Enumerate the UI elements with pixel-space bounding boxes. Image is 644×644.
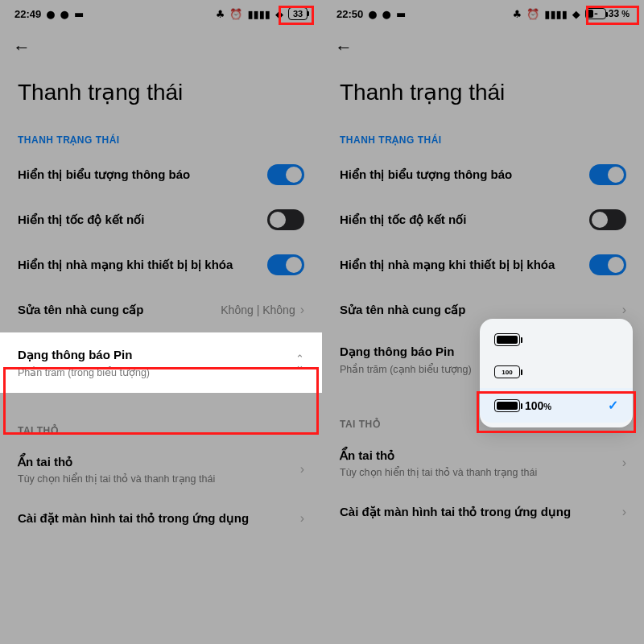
row-subtitle: Tùy chọn hiển thị tai thỏ và thanh trạng… [18, 473, 292, 485]
row-show-carrier-locked[interactable]: Hiển thị nhà mạng khi thiết bị bị khóa [322, 242, 644, 287]
row-show-connection-speed[interactable]: Hiển thị tốc độ kết nối [0, 197, 322, 242]
row-title: Dạng thông báo Pin [18, 347, 287, 363]
check-icon: ✓ [608, 398, 618, 413]
messenger-icon: ● [382, 9, 391, 19]
stepper-icon: ⌃⌄ [295, 356, 304, 369]
battery-percent: 33 [609, 8, 619, 19]
chevron-right-icon: › [300, 303, 304, 317]
row-show-connection-speed[interactable]: Hiển thị tốc độ kết nối [322, 197, 644, 242]
status-bar: 22:49 ● ● ▬ ♣ ⏰ ▮▮▮▮ ◆ 33 [0, 0, 322, 27]
battery-icon: 33 [288, 7, 308, 20]
battery-number-icon: 100 [494, 365, 520, 378]
back-button[interactable]: ← [335, 37, 353, 58]
toggle-carrier-locked[interactable] [589, 254, 626, 275]
page-title: Thanh trạng thái [0, 58, 322, 114]
row-notch-app-settings[interactable]: Cài đặt màn hình tai thỏ trong ứng dụng … [322, 489, 644, 535]
row-title: Hiển thị biểu tượng thông báo [340, 167, 581, 183]
battery-full-icon [494, 333, 520, 346]
messenger-icon: ● [60, 9, 69, 19]
section-header-notch: TAI THỎ [0, 393, 322, 443]
messenger-icon: ● [46, 9, 55, 19]
battery-icon: ••• 33% [585, 8, 630, 19]
popup-option-percent-inside[interactable]: 100 [480, 356, 633, 388]
screen-right: 22:50 ● ● ▬ ♣ ⏰ ▮▮▮▮ ◆ ••• 33% ← Thanh t… [322, 0, 644, 644]
row-show-notification-icons[interactable]: Hiển thị biểu tượng thông báo [322, 152, 644, 197]
popup-option-icon-only[interactable] [480, 324, 633, 356]
row-title: Ẩn tai thỏ [340, 448, 614, 464]
row-show-notification-icons[interactable]: Hiển thị biểu tượng thông báo [0, 152, 322, 197]
popup-option-percent-beside[interactable]: 100% ✓ [480, 388, 633, 423]
signal-icon: ▮▮▮▮ [247, 9, 270, 19]
chevron-right-icon: › [300, 511, 304, 526]
messenger-icon: ● [368, 9, 377, 19]
chevron-right-icon: › [300, 462, 304, 477]
page-title: Thanh trạng thái [322, 58, 644, 114]
notification-icon: ▬ [396, 9, 406, 19]
wifi-icon: ◆ [275, 9, 283, 19]
percent-suffix: % [621, 9, 630, 19]
toggle-notification-icons[interactable] [589, 164, 626, 185]
toggle-connection-speed[interactable] [589, 209, 626, 230]
chevron-right-icon: › [622, 303, 626, 317]
battery-full-icon [494, 399, 520, 412]
highlighted-card: Dạng thông báo Pin Phần trăm (trong biểu… [0, 332, 322, 393]
row-edit-carrier-name[interactable]: Sửa tên nhà cung cấp Không | Không › [0, 287, 322, 332]
screen-left: 22:49 ● ● ▬ ♣ ⏰ ▮▮▮▮ ◆ 33 ← Thanh trạng … [0, 0, 322, 644]
toggle-notification-icons[interactable] [267, 164, 304, 185]
row-subtitle: Phần trăm (trong biểu tượng) [18, 366, 287, 378]
row-hide-notch[interactable]: Ẩn tai thỏ Tùy chọn hiển thị tai thỏ và … [322, 436, 644, 490]
dnd-icon: ♣ [216, 9, 225, 19]
row-title: Hiển thị tốc độ kết nối [340, 212, 581, 228]
alarm-icon: ⏰ [526, 9, 539, 19]
row-title: Hiển thị tốc độ kết nối [18, 212, 259, 228]
row-title: Hiển thị biểu tượng thông báo [18, 167, 259, 183]
row-title: Sửa tên nhà cung cấp [340, 302, 614, 318]
dnd-icon: ♣ [513, 9, 522, 19]
row-subtitle: Tùy chọn hiển thị tai thỏ và thanh trạng… [340, 466, 614, 478]
row-battery-style[interactable]: Dạng thông báo Pin Phần trăm (trong biểu… [0, 332, 322, 393]
battery-style-popup: 100 100% ✓ [480, 319, 633, 427]
section-header-status: THANH TRẠNG THÁI [322, 114, 644, 152]
status-bar: 22:50 ● ● ▬ ♣ ⏰ ▮▮▮▮ ◆ ••• 33% [322, 0, 644, 27]
section-header-status: THANH TRẠNG THÁI [0, 114, 322, 152]
alarm-icon: ⏰ [229, 9, 242, 19]
row-hide-notch[interactable]: Ẩn tai thỏ Tùy chọn hiển thị tai thỏ và … [0, 443, 322, 497]
wifi-icon: ◆ [572, 9, 580, 19]
row-value: Không | Không [221, 303, 295, 316]
row-title: Sửa tên nhà cung cấp [18, 302, 213, 318]
chevron-right-icon: › [622, 456, 626, 470]
clock-text: 22:50 [336, 8, 363, 20]
row-show-carrier-locked[interactable]: Hiển thị nhà mạng khi thiết bị bị khóa [0, 242, 322, 287]
row-title: Cài đặt màn hình tai thỏ trong ứng dụng [340, 504, 614, 520]
option-label: 100% [525, 399, 551, 412]
row-title: Ẩn tai thỏ [18, 454, 292, 470]
toggle-carrier-locked[interactable] [267, 254, 304, 275]
row-notch-app-settings[interactable]: Cài đặt màn hình tai thỏ trong ứng dụng … [0, 496, 322, 541]
signal-icon: ▮▮▮▮ [544, 9, 568, 19]
row-title: Hiển thị nhà mạng khi thiết bị bị khóa [18, 257, 259, 273]
back-button[interactable]: ← [13, 37, 31, 58]
notification-icon: ▬ [74, 9, 84, 19]
toggle-connection-speed[interactable] [267, 209, 304, 230]
icon-label: 100 [502, 369, 512, 376]
clock-text: 22:49 [14, 8, 41, 20]
row-title: Hiển thị nhà mạng khi thiết bị bị khóa [340, 257, 581, 273]
row-title: Cài đặt màn hình tai thỏ trong ứng dụng [18, 510, 292, 526]
chevron-right-icon: › [622, 505, 626, 519]
